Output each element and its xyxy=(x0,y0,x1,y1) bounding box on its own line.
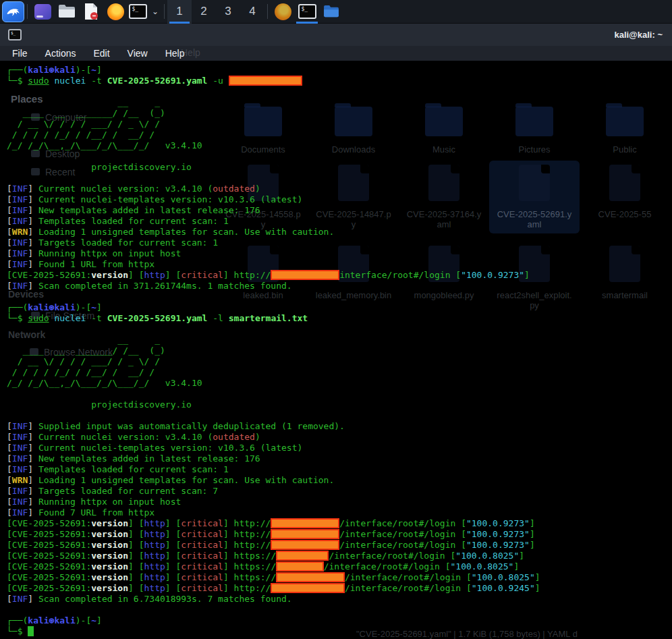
terminal-text: critical xyxy=(181,270,223,280)
redaction-box xyxy=(271,583,345,593)
terminal-text: http:// xyxy=(234,583,271,593)
terminal-text: [ xyxy=(7,486,12,496)
terminal-line: ┌──(kali⊛kali)-[~] xyxy=(7,302,540,313)
terminal-text: Templates loaded for current scan: 1 xyxy=(38,216,229,226)
terminal-line: projectdiscovery.io xyxy=(7,399,540,410)
terminal-text: ] [ xyxy=(128,572,144,582)
kali-dragon-icon xyxy=(5,3,21,20)
terminal-text: Scan completed in 371.261744ms. 1 matche… xyxy=(38,281,292,291)
terminal-text: ] xyxy=(28,194,38,204)
firefox-icon xyxy=(275,3,291,20)
terminal-body[interactable]: Places Computer Desktop Recent Devices F… xyxy=(0,61,672,639)
terminal-text: /interface/root#/login xyxy=(339,540,461,550)
terminal-text: critical xyxy=(181,540,223,550)
terminal-titlebar[interactable]: $_ kali@kali: ~ xyxy=(0,24,672,46)
terminal-text: CVE-2025-52691.yaml xyxy=(107,76,208,86)
terminal-text: ] xyxy=(223,561,234,572)
terminal-line: projectdiscovery.io xyxy=(7,162,540,173)
terminal-text: "100.0.8025" xyxy=(451,561,514,572)
terminal-text: Running httpx on input host xyxy=(38,497,181,507)
taskbar-separator xyxy=(164,4,165,19)
terminal-text: Current nuclei version: v3.4.10 ( xyxy=(38,184,213,194)
terminal-text: __ _ xyxy=(7,335,160,345)
terminal-text: ] xyxy=(28,432,38,442)
terminal-text: /interface/root#/login xyxy=(339,529,461,539)
terminal-text: ] xyxy=(530,540,535,550)
terminal-text: [ xyxy=(7,497,12,507)
terminal-text: ┌──( xyxy=(7,302,28,312)
window-manager-launcher[interactable] xyxy=(30,0,55,24)
menu-actions[interactable]: Actions xyxy=(45,48,76,59)
terminal-text: version xyxy=(91,551,128,561)
taskbar-window-terminal[interactable]: $_ xyxy=(295,0,319,24)
terminal-text: ] xyxy=(223,529,234,539)
terminal-line: [INF] Templates loaded for current scan:… xyxy=(7,216,540,227)
terminal-line: / __ \/ / / / ___/ / _ \/ / xyxy=(7,356,540,367)
terminal-text: -u xyxy=(207,76,228,86)
terminal-text: [ xyxy=(466,572,472,582)
terminal-text: [ xyxy=(7,248,12,258)
terminal-line: [CVE-2025-52691:version] [http] [critica… xyxy=(7,529,540,540)
terminal-text: sudo xyxy=(28,313,49,323)
terminal-text: ] xyxy=(28,205,38,215)
workspace-button-3[interactable]: 3 xyxy=(216,0,240,24)
kali-menu-button[interactable] xyxy=(0,0,24,24)
terminal-line: [INF] Scan completed in 371.261744ms. 1 … xyxy=(7,281,540,291)
terminal-text: [ xyxy=(7,216,12,226)
bg-file: smartermail xyxy=(580,242,670,314)
terminal-text: http xyxy=(144,518,165,528)
terminal-text: [CVE-2025-52691: xyxy=(7,529,91,539)
terminal-text: ] xyxy=(524,270,530,280)
taskbar-window-files[interactable] xyxy=(319,0,343,24)
terminal-text: /interface/root#/login xyxy=(339,518,461,528)
terminal-text: /_/ /_/\__,_/\___/_/\___/_/ v3.4.10 xyxy=(7,140,202,150)
terminal-text: ~ xyxy=(91,302,96,312)
terminal-text: └─ xyxy=(7,626,18,636)
firefox-launcher[interactable] xyxy=(103,0,128,24)
terminal-line: / / / / /_/ / /__/ / __/ / xyxy=(7,367,540,378)
text-editor-launcher[interactable] xyxy=(79,0,103,24)
terminal-text: ] [ xyxy=(165,518,181,528)
taskbar-window-firefox[interactable] xyxy=(271,0,295,24)
terminal-launcher[interactable]: $_ xyxy=(128,0,148,24)
terminal-line: [INF] Found 7 URL from httpx xyxy=(7,507,540,518)
workspace-button-4[interactable]: 4 xyxy=(240,0,264,24)
terminal-line: [INF] Found 1 URL from httpx xyxy=(7,259,540,270)
terminal-text: [ xyxy=(7,227,12,237)
terminal-text: Templates loaded for current scan: 1 xyxy=(38,464,229,474)
menu-file[interactable]: File xyxy=(12,48,28,59)
terminal-text: INF xyxy=(12,184,28,194)
bg-ghost-menu-help: Help xyxy=(181,47,200,58)
terminal-text: INF xyxy=(12,432,28,442)
terminal-text: ] xyxy=(28,259,38,269)
workspace-button-2[interactable]: 2 xyxy=(192,0,216,24)
menu-edit[interactable]: Edit xyxy=(93,48,109,59)
terminal-text: http xyxy=(144,270,165,280)
redaction-box xyxy=(271,540,339,550)
terminal-text: nuclei xyxy=(54,76,86,86)
bg-file: CVE-2025-55 xyxy=(580,161,670,233)
terminal-text: /interface/root#/login xyxy=(345,572,466,582)
file-manager-launcher[interactable] xyxy=(55,0,79,24)
terminal-text: ] xyxy=(535,583,540,593)
terminal-text: critical xyxy=(181,572,223,582)
terminal-text: http:// xyxy=(234,540,271,550)
terminal-text: INF xyxy=(12,507,28,518)
terminal-launcher-dropdown[interactable]: ⌄ xyxy=(148,0,161,24)
terminal-line: [WRN] Loading 1 unsigned templates for s… xyxy=(7,475,540,486)
workspace-button-1[interactable]: 1 xyxy=(167,0,192,24)
menu-view[interactable]: View xyxy=(128,48,148,59)
terminal-text: nuclei xyxy=(54,313,86,323)
terminal-line: [INF] Running httpx on input host xyxy=(7,248,540,259)
file-icon xyxy=(609,246,640,282)
terminal-text: INF xyxy=(12,421,28,431)
terminal-line: ____ __ _______/ /__ (_) xyxy=(7,108,540,119)
taskbar: $_ ⌄ 1234 $_ xyxy=(0,0,672,24)
terminal-text: New templates added in latest release: 1… xyxy=(38,453,260,464)
terminal-text: INF xyxy=(12,464,28,474)
terminal-line: [INF] Current nuclei-templates version: … xyxy=(7,443,540,453)
terminal-text: Targets loaded for current scan: 1 xyxy=(38,238,218,248)
terminal-text: /interface/root#/login xyxy=(329,551,450,561)
terminal-icon: $_ xyxy=(298,4,316,19)
terminal-text: CVE-2025-52691.yaml xyxy=(107,313,208,323)
